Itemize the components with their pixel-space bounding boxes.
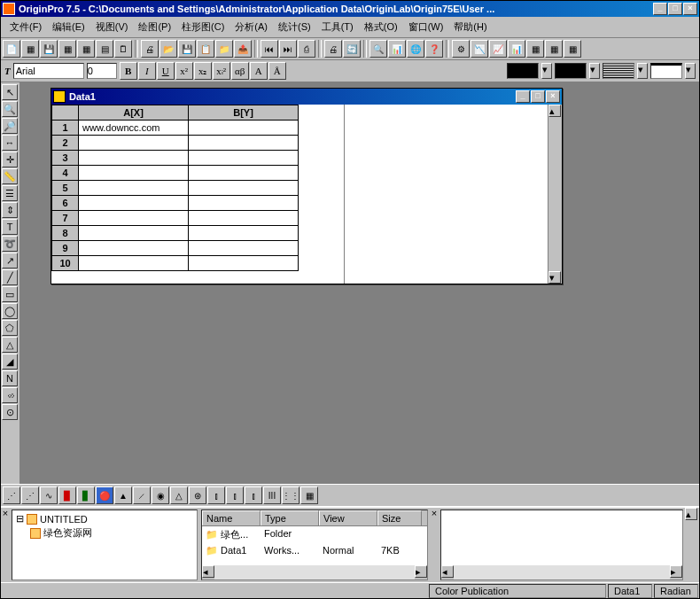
- left-tool-8[interactable]: T: [2, 219, 18, 235]
- toolbar-btn-3[interactable]: ▦: [58, 40, 76, 58]
- toolbar-btn-8[interactable]: 📂: [159, 40, 177, 58]
- maximize-button[interactable]: □: [668, 3, 682, 15]
- menu-edit[interactable]: 编辑(E): [47, 19, 90, 35]
- left-tool-15[interactable]: △: [2, 337, 18, 353]
- toolbar-btn-13[interactable]: ⏮: [261, 40, 278, 58]
- format-btn-I[interactable]: I: [138, 62, 156, 80]
- ws-minimize-button[interactable]: _: [516, 90, 530, 103]
- graph-tool-12[interactable]: ⫿: [226, 486, 244, 504]
- size-select[interactable]: [87, 63, 117, 79]
- cell-r1-b[interactable]: [189, 121, 299, 136]
- left-tool-12[interactable]: ▭: [2, 286, 18, 302]
- line-color-drop[interactable]: ▾: [541, 63, 552, 79]
- menu-window[interactable]: 窗口(W): [403, 19, 449, 35]
- cell-r9-b[interactable]: [189, 241, 299, 256]
- worksheet-grid[interactable]: A[X]B[Y] 1www.downcc.com2345678910: [51, 105, 344, 284]
- cell-r8-b[interactable]: [189, 226, 299, 241]
- line-style-swatch[interactable]: [603, 63, 634, 79]
- graph-tool-3[interactable]: ▉: [58, 486, 76, 504]
- cell-r2-a[interactable]: [79, 136, 189, 151]
- row-head-9[interactable]: 9: [52, 241, 79, 256]
- tree-child[interactable]: 绿色资源网: [14, 525, 195, 541]
- toolbar-btn-26[interactable]: ▦: [526, 40, 544, 58]
- toolbar-btn-27[interactable]: ▦: [545, 40, 563, 58]
- graph-tool-16[interactable]: ▦: [300, 486, 318, 504]
- panel-handle-left[interactable]: ×: [1, 508, 10, 582]
- col-header-a[interactable]: A[X]: [79, 105, 189, 121]
- left-tool-17[interactable]: N: [2, 370, 18, 386]
- left-tool-6[interactable]: ☰: [2, 185, 18, 201]
- graph-tool-5[interactable]: 🔴: [96, 486, 113, 504]
- panel-handle-mid[interactable]: ×: [430, 508, 439, 582]
- left-tool-14[interactable]: ⬠: [2, 320, 18, 336]
- toolbar-btn-28[interactable]: ▦: [564, 40, 581, 58]
- tree-root[interactable]: ⊟UNTITLED: [14, 512, 195, 525]
- toolbar-btn-21[interactable]: ❓: [425, 40, 443, 58]
- ws-close-button[interactable]: ×: [546, 90, 560, 103]
- list-row-0[interactable]: 📁 绿色...Folder: [202, 526, 427, 543]
- fill-color-swatch[interactable]: [555, 63, 587, 79]
- toolbar-btn-7[interactable]: 🖨: [141, 40, 159, 58]
- scroll-down-button[interactable]: ▾: [548, 271, 561, 284]
- cell-r10-b[interactable]: [189, 256, 299, 271]
- toolbar-btn-16[interactable]: 🖨: [324, 40, 342, 58]
- cell-r1-a[interactable]: www.downcc.com: [79, 121, 189, 136]
- col-header-b[interactable]: B[Y]: [189, 105, 299, 121]
- list-hscroll[interactable]: ◂▸: [202, 565, 427, 580]
- col-name[interactable]: Name: [202, 510, 261, 525]
- project-list-panel[interactable]: Name Type View Size 📁 绿色...Folder📁 Data1…: [201, 510, 428, 580]
- font-select[interactable]: [13, 63, 84, 79]
- left-tool-10[interactable]: ↗: [2, 253, 18, 268]
- left-tool-2[interactable]: 🔎: [2, 118, 18, 134]
- toolbar-btn-15[interactable]: ⎙: [298, 40, 315, 58]
- cell-r4-a[interactable]: [79, 166, 189, 181]
- format-btn-xᵢ²[interactable]: xᵢ²: [213, 62, 230, 80]
- close-button[interactable]: ×: [683, 3, 697, 15]
- line-style-drop[interactable]: ▾: [637, 63, 648, 79]
- toolbar-btn-24[interactable]: 📈: [489, 40, 507, 58]
- toolbar-btn-18[interactable]: 🔍: [369, 40, 387, 58]
- line-width-drop[interactable]: ▾: [685, 63, 696, 79]
- col-view[interactable]: View: [319, 510, 377, 525]
- project-tree-panel[interactable]: ⊟UNTITLED 绿色资源网: [12, 510, 198, 580]
- cell-r3-a[interactable]: [79, 151, 189, 166]
- col-type[interactable]: Type: [261, 510, 319, 525]
- toolbar-btn-5[interactable]: ▤: [96, 40, 113, 58]
- minimize-button[interactable]: _: [653, 3, 667, 15]
- format-btn-A[interactable]: A: [250, 62, 268, 80]
- menu-view[interactable]: 视图(V): [90, 19, 134, 35]
- line-width-swatch[interactable]: [650, 63, 682, 79]
- toolbar-btn-19[interactable]: 📊: [388, 40, 406, 58]
- left-tool-7[interactable]: ⇕: [2, 202, 18, 218]
- graph-tool-6[interactable]: ▲: [114, 486, 132, 504]
- row-head-7[interactable]: 7: [52, 211, 79, 226]
- left-tool-5[interactable]: 📏: [2, 168, 18, 184]
- graph-tool-4[interactable]: ▊: [77, 486, 95, 504]
- graph-tool-1[interactable]: ⋰: [21, 486, 39, 504]
- left-tool-0[interactable]: ↖: [2, 84, 18, 100]
- cell-r8-a[interactable]: [79, 226, 189, 241]
- format-btn-αβ[interactable]: αβ: [231, 62, 249, 80]
- graph-tool-10[interactable]: ⊛: [189, 486, 206, 504]
- toolbar-btn-11[interactable]: 📁: [215, 40, 233, 58]
- left-tool-16[interactable]: ◢: [2, 354, 18, 370]
- menu-column[interactable]: 柱形图(C): [176, 19, 229, 35]
- preview-hscroll[interactable]: ◂▸: [441, 565, 682, 580]
- graph-tool-15[interactable]: ⋮⋮: [282, 486, 299, 504]
- menu-analysis[interactable]: 分析(A): [229, 19, 273, 35]
- cell-r6-b[interactable]: [189, 196, 299, 211]
- preview-vscroll[interactable]: ▴: [685, 508, 699, 582]
- cell-r10-a[interactable]: [79, 256, 189, 271]
- toolbar-btn-9[interactable]: 💾: [178, 40, 196, 58]
- left-tool-19[interactable]: ⊙: [2, 404, 18, 420]
- toolbar-btn-12[interactable]: 📤: [234, 40, 252, 58]
- scroll-up-button[interactable]: ▴: [548, 105, 561, 117]
- menu-tools[interactable]: 工具(T): [316, 19, 359, 35]
- toolbar-btn-25[interactable]: 📊: [508, 40, 525, 58]
- row-head-3[interactable]: 3: [52, 151, 79, 166]
- cell-r4-b[interactable]: [189, 166, 299, 181]
- list-row-1[interactable]: 📁 Data1Works...Normal7KB: [202, 543, 427, 558]
- menu-format[interactable]: 格式(O): [359, 19, 403, 35]
- row-head-10[interactable]: 10: [52, 256, 79, 271]
- line-color-swatch[interactable]: [507, 63, 539, 79]
